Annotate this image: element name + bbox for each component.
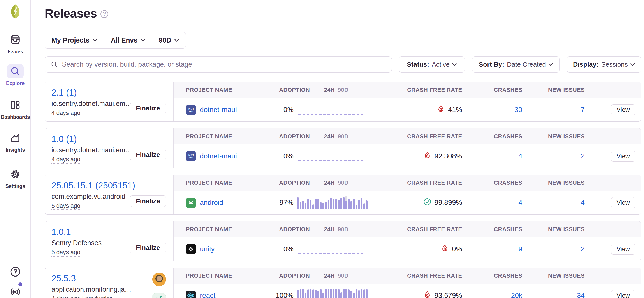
chart-range-90d[interactable]: 90D bbox=[338, 226, 348, 232]
crashes-link[interactable]: 20k bbox=[511, 291, 522, 298]
project-link[interactable]: dotnet-maui bbox=[200, 106, 237, 114]
release-created[interactable]: 4 days ago bbox=[52, 295, 80, 298]
release-owner bbox=[152, 272, 166, 298]
view-button[interactable]: View bbox=[611, 244, 635, 255]
project-link[interactable]: react bbox=[200, 291, 216, 298]
col-header-new-issues: NEW ISSUES bbox=[529, 87, 591, 93]
col-header-project: PROJECT NAME bbox=[174, 226, 270, 233]
col-header-new-issues: NEW ISSUES bbox=[529, 226, 591, 233]
sidebar-item-settings[interactable]: Settings bbox=[0, 167, 31, 189]
sidebar-item-explore[interactable]: Explore bbox=[0, 64, 31, 86]
sidebar-item-dashboards[interactable]: Dashboards bbox=[0, 98, 31, 120]
avatar[interactable] bbox=[152, 272, 166, 286]
crashes-link[interactable]: 9 bbox=[518, 245, 522, 253]
status-dropdown[interactable]: Status: Active bbox=[399, 56, 465, 73]
view-button[interactable]: View bbox=[611, 104, 635, 115]
projects-filter[interactable]: My Projects bbox=[45, 36, 104, 45]
new-issues-link[interactable]: 34 bbox=[577, 291, 585, 298]
chevron-down-icon bbox=[548, 63, 553, 66]
new-issues-link[interactable]: 4 bbox=[581, 198, 585, 206]
finalize-button[interactable]: Finalize bbox=[130, 195, 166, 207]
chart-range-90d[interactable]: 90D bbox=[338, 272, 348, 279]
crashes-link[interactable]: 30 bbox=[514, 106, 522, 114]
release-version-link[interactable]: 25.5.3 bbox=[52, 273, 76, 283]
view-button[interactable]: View bbox=[611, 151, 635, 162]
table-header: PROJECT NAME ADOPTION 24H90D CRASH FREE … bbox=[174, 221, 641, 237]
chart-range-24h[interactable]: 24H bbox=[324, 179, 335, 186]
release-version-link[interactable]: 25.05.15.1 (2505151) bbox=[52, 181, 135, 190]
release-environment: | production bbox=[82, 295, 113, 298]
chevron-down-icon bbox=[92, 39, 98, 42]
page-help-icon[interactable]: ? bbox=[100, 10, 108, 18]
adoption-chart bbox=[294, 149, 370, 163]
release-card: 25.05.15.1 (2505151) com.example.vu.andr… bbox=[45, 175, 641, 214]
release-card: 2.1 (1) io.sentry.dotnet.maui.em… 4 days… bbox=[45, 82, 641, 122]
chart-range-24h[interactable]: 24H bbox=[324, 133, 335, 140]
page-filter-bar: My Projects All Envs 90D bbox=[45, 32, 186, 49]
sort-dropdown[interactable]: Sort By: Date Created bbox=[472, 56, 560, 73]
crash-free-value: 93.679% bbox=[434, 291, 462, 298]
col-header-crashes: CRASHES bbox=[469, 179, 529, 186]
display-dropdown[interactable]: Display: Sessions bbox=[567, 56, 641, 73]
project-link[interactable]: unity bbox=[200, 245, 215, 253]
release-summary-panel: 25.05.15.1 (2505151) com.example.vu.andr… bbox=[45, 175, 174, 214]
crashes-link[interactable]: 4 bbox=[518, 152, 522, 160]
crash-free-status-icon bbox=[423, 290, 432, 298]
finalize-button[interactable]: Finalize bbox=[130, 149, 166, 160]
chart-range-90d[interactable]: 90D bbox=[338, 133, 348, 140]
broadcast-icon[interactable] bbox=[10, 286, 21, 297]
new-issues-link[interactable]: 7 bbox=[581, 106, 585, 114]
crash-free-cell: 92.308% bbox=[370, 151, 469, 161]
environment-filter[interactable]: All Envs bbox=[104, 36, 152, 45]
release-created[interactable]: 5 days ago bbox=[52, 202, 80, 210]
project-link[interactable]: android bbox=[200, 198, 223, 207]
android-icon bbox=[186, 198, 196, 208]
chart-range-90d[interactable]: 90D bbox=[338, 87, 348, 93]
table-row: .NETMAUI dotnet-maui 0% 92.308% 4 2 View bbox=[174, 144, 641, 168]
new-issues-link[interactable]: 2 bbox=[581, 152, 585, 160]
date-range-filter[interactable]: 90D bbox=[152, 36, 186, 45]
sidebar-item-insights[interactable]: Insights bbox=[0, 131, 31, 153]
col-header-new-issues: NEW ISSUES bbox=[529, 272, 591, 279]
release-created[interactable]: 4 days ago bbox=[52, 110, 80, 117]
sidebar-item-label: Explore bbox=[0, 80, 31, 86]
finalized-badge bbox=[152, 293, 166, 298]
finalize-button[interactable]: Finalize bbox=[130, 103, 166, 114]
release-created[interactable]: 4 days ago bbox=[52, 156, 80, 164]
release-version-link[interactable]: 2.1 (1) bbox=[52, 88, 77, 98]
display-dropdown-value: Sessions bbox=[601, 61, 628, 68]
sort-dropdown-value: Date Created bbox=[507, 61, 546, 68]
sidebar-item-label: Dashboards bbox=[0, 114, 31, 120]
release-version-link[interactable]: 1.0.1 bbox=[52, 227, 71, 237]
adoption-chart bbox=[294, 289, 370, 298]
release-summary-panel: 25.5.3 application.monitoring.ja… 4 days… bbox=[45, 268, 174, 298]
crashes-link[interactable]: 4 bbox=[518, 198, 522, 206]
release-search[interactable] bbox=[45, 56, 392, 73]
search-input[interactable] bbox=[62, 61, 386, 68]
sidebar-item-issues[interactable]: Issues bbox=[0, 33, 31, 55]
release-version-link[interactable]: 1.0 (1) bbox=[52, 134, 77, 144]
chart-range-90d[interactable]: 90D bbox=[338, 179, 348, 186]
release-summary-panel: 2.1 (1) io.sentry.dotnet.maui.em… 4 days… bbox=[45, 82, 174, 121]
chart-range-24h[interactable]: 24H bbox=[324, 272, 335, 279]
release-created[interactable]: 5 days ago bbox=[52, 249, 80, 256]
chart-range-24h[interactable]: 24H bbox=[324, 226, 335, 232]
project-link[interactable]: dotnet-maui bbox=[200, 152, 237, 160]
new-issues-link[interactable]: 2 bbox=[581, 245, 585, 253]
status-dropdown-value: Active bbox=[432, 61, 450, 68]
view-button[interactable]: View bbox=[611, 197, 635, 208]
sessions-sparkline bbox=[297, 242, 368, 256]
crash-free-value: 92.308% bbox=[434, 152, 462, 160]
finalize-button[interactable]: Finalize bbox=[130, 242, 166, 253]
crash-free-value: 0% bbox=[452, 245, 462, 253]
chart-range-24h[interactable]: 24H bbox=[324, 87, 335, 93]
environment-filter-label: All Envs bbox=[111, 36, 138, 44]
fire-icon bbox=[423, 151, 432, 160]
no-data-dashed-line bbox=[298, 114, 364, 115]
release-card: 1.0.1 Sentry Defenses 5 days ago Finaliz… bbox=[45, 221, 641, 261]
sentry-logo[interactable] bbox=[8, 4, 23, 19]
col-header-chart: 24H90D bbox=[294, 133, 370, 140]
view-button[interactable]: View bbox=[611, 290, 635, 298]
table-row: .NETMAUI dotnet-maui 0% 41% 30 7 View bbox=[174, 98, 641, 121]
help-icon[interactable] bbox=[10, 266, 21, 277]
